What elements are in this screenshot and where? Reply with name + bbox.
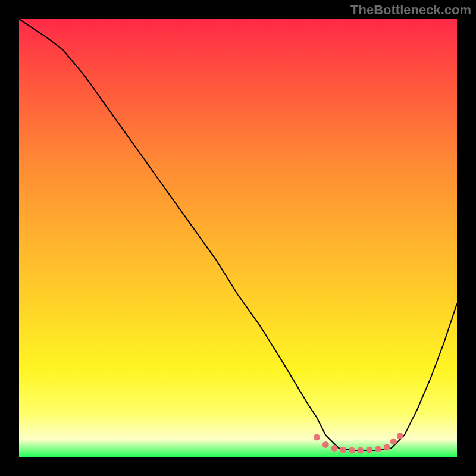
watermark-text: TheBottleneck.com: [350, 2, 471, 18]
chart-container: TheBottleneck.com: [0, 0, 476, 476]
gradient-rect: [19, 19, 457, 457]
gradient-background: [19, 19, 457, 457]
